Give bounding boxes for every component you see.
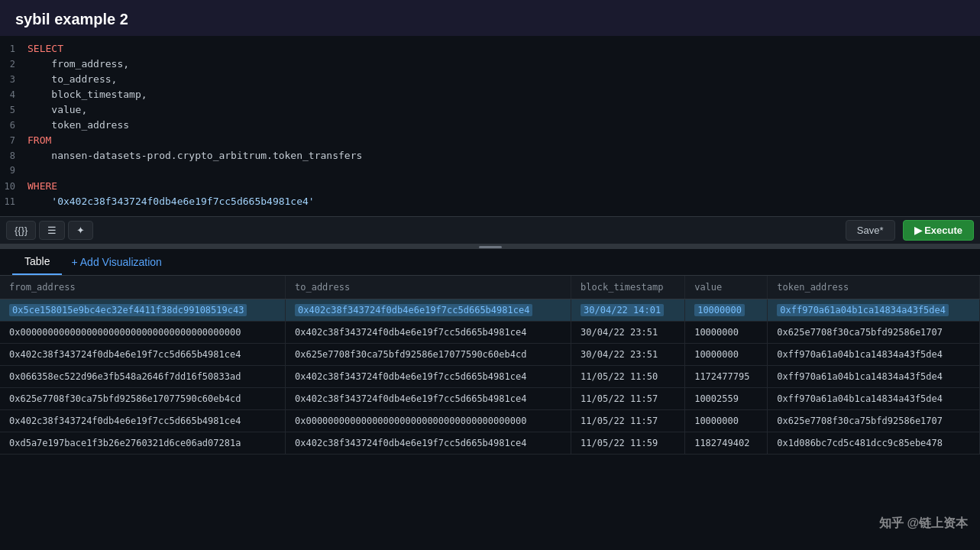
list-icon: ☰	[47, 225, 57, 236]
cell-token_address: 0x625e7708f30ca75bfd92586e1707	[768, 410, 980, 432]
magic-icon: ✦	[76, 225, 85, 236]
code-line-4: 4 block_timestamp,	[0, 88, 980, 103]
cell-block_timestamp: 30/04/22 23:51	[571, 344, 685, 366]
divider-indicator	[479, 246, 502, 248]
cell-value: 10000000	[685, 322, 768, 344]
cell-to_address: 0x402c38f343724f0db4e6e19f7cc5d665b4981c…	[285, 366, 571, 388]
cell-block_timestamp: 11/05/22 11:57	[571, 410, 685, 432]
cell-from_address: 0x625e7708f30ca75bfd92586e17077590c60eb4…	[0, 388, 285, 410]
col-header-token-address: token_address	[768, 276, 980, 299]
col-header-from-address: from_address	[0, 276, 285, 299]
magic-button[interactable]: ✦	[68, 221, 93, 240]
cell-token_address: 0xff970a61a04b1ca14834a43f5de4	[768, 344, 980, 366]
code-editor[interactable]: 1 SELECT 2 from_address, 3 to_address, 4…	[0, 36, 980, 216]
cell-block_timestamp: 11/05/22 11:57	[571, 388, 685, 410]
tabs-row: Table + Add Visualization	[0, 249, 980, 276]
cell-to_address: 0x402c38f343724f0db4e6e19f7cc5d665b4981c…	[285, 299, 571, 322]
cell-token_address: 0xff970a61a04b1ca14834a43f5de4	[768, 388, 980, 410]
cell-value: 10000000	[685, 410, 768, 432]
table-row[interactable]: 0x402c38f343724f0db4e6e19f7cc5d665b4981c…	[0, 344, 980, 366]
json-icon: {{}}	[15, 225, 27, 236]
table-row[interactable]: 0x5ce158015e9bc4ec32ef4411f38dc99108519c…	[0, 299, 980, 322]
code-line-7: 7 FROM	[0, 134, 980, 149]
cell-block_timestamp: 11/05/22 11:59	[571, 432, 685, 455]
cell-value: 10000000	[685, 344, 768, 366]
cell-to_address: 0x402c38f343724f0db4e6e19f7cc5d665b4981c…	[285, 388, 571, 410]
cell-value: 1172477795	[685, 366, 768, 388]
code-line-8: 8 nansen-datasets-prod.crypto_arbitrum.t…	[0, 149, 980, 164]
code-line-3: 3 to_address,	[0, 73, 980, 88]
cell-block_timestamp: 11/05/22 11:50	[571, 366, 685, 388]
col-header-value: value	[685, 276, 768, 299]
cell-from_address: 0xd5a7e197bace1f3b26e2760321d6ce06ad0728…	[0, 432, 285, 455]
results-area: Table + Add Visualization from_address t…	[0, 249, 980, 550]
execute-button[interactable]: ▶ Execute	[903, 220, 974, 241]
table-row[interactable]: 0x402c38f343724f0db4e6e19f7cc5d665b4981c…	[0, 410, 980, 432]
cell-token_address: 0x625e7708f30ca75bfd92586e1707	[768, 322, 980, 344]
table-row[interactable]: 0xd5a7e197bace1f3b26e2760321d6ce06ad0728…	[0, 432, 980, 455]
cell-token_address: 0xff970a61a04b1ca14834a43f5de4	[768, 299, 980, 322]
editor-area: 1 SELECT 2 from_address, 3 to_address, 4…	[0, 36, 980, 217]
code-line-11: 11 '0x402c38f343724f0db4e6e19f7cc5d665b4…	[0, 195, 980, 210]
cell-from_address: 0x402c38f343724f0db4e6e19f7cc5d665b4981c…	[0, 344, 285, 366]
cell-to_address: 0x402c38f343724f0db4e6e19f7cc5d665b4981c…	[285, 432, 571, 455]
cell-from_address: 0x00000000000000000000000000000000000000…	[0, 322, 285, 344]
results-table: from_address to_address block_timestamp …	[0, 276, 980, 455]
code-line-10: 10 WHERE	[0, 180, 980, 195]
code-line-2: 2 from_address,	[0, 57, 980, 73]
cell-to_address: 0x00000000000000000000000000000000000000…	[285, 410, 571, 432]
col-header-to-address: to_address	[285, 276, 571, 299]
table-container[interactable]: from_address to_address block_timestamp …	[0, 276, 980, 550]
page-title: sybil example 2	[0, 0, 980, 36]
cell-from_address: 0x402c38f343724f0db4e6e19f7cc5d665b4981c…	[0, 410, 285, 432]
cell-token_address: 0x1d086bc7cd5c481dcc9c85ebe478	[768, 432, 980, 455]
list-view-button[interactable]: ☰	[39, 221, 65, 240]
code-line-1: 1 SELECT	[0, 42, 980, 57]
cell-value: 10000000	[685, 299, 768, 322]
cell-from_address: 0x066358ec522d96e3fb548a2646f7dd16f50833…	[0, 366, 285, 388]
cell-block_timestamp: 30/04/22 23:51	[571, 322, 685, 344]
tab-table[interactable]: Table	[12, 249, 62, 275]
cell-value: 10002559	[685, 388, 768, 410]
cell-block_timestamp: 30/04/22 14:01	[571, 299, 685, 322]
cell-token_address: 0xff970a61a04b1ca14834a43f5de4	[768, 366, 980, 388]
tab-add-visualization[interactable]: + Add Visualization	[62, 250, 170, 274]
col-header-block-timestamp: block_timestamp	[571, 276, 685, 299]
cell-value: 1182749402	[685, 432, 768, 455]
toolbar: {{}} ☰ ✦ Save* ▶ Execute	[0, 217, 980, 244]
table-row[interactable]: 0x00000000000000000000000000000000000000…	[0, 322, 980, 344]
code-line-9: 9	[0, 164, 980, 180]
table-header-row: from_address to_address block_timestamp …	[0, 276, 980, 299]
code-line-5: 5 value,	[0, 103, 980, 118]
save-button[interactable]: Save*	[846, 220, 895, 241]
cell-to_address: 0x402c38f343724f0db4e6e19f7cc5d665b4981c…	[285, 322, 571, 344]
table-row[interactable]: 0x066358ec522d96e3fb548a2646f7dd16f50833…	[0, 366, 980, 388]
cell-from_address: 0x5ce158015e9bc4ec32ef4411f38dc99108519c…	[0, 299, 285, 322]
json-view-button[interactable]: {{}}	[6, 221, 36, 240]
table-row[interactable]: 0x625e7708f30ca75bfd92586e17077590c60eb4…	[0, 388, 980, 410]
cell-to_address: 0x625e7708f30ca75bfd92586e17077590c60eb4…	[285, 344, 571, 366]
code-line-6: 6 token_address	[0, 118, 980, 134]
